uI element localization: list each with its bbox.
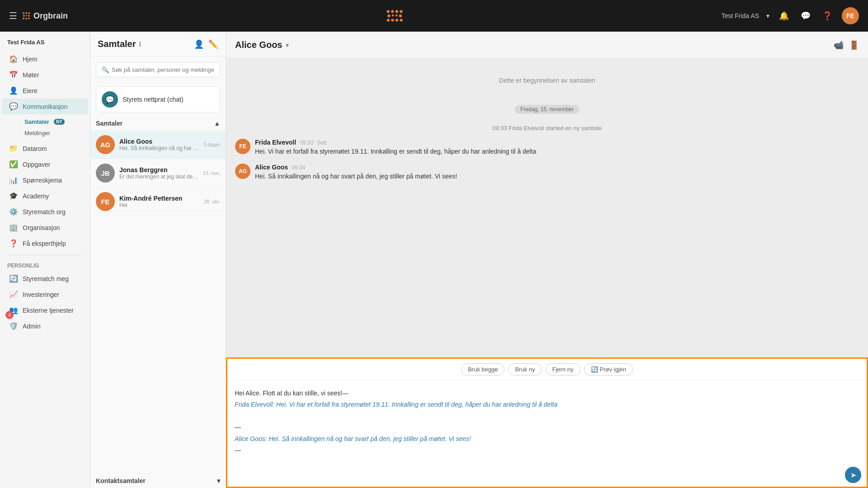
kontakt-collapse-icon: ▾: [217, 477, 220, 484]
sidebar-item-oppgaver[interactable]: ✅ Oppgaver: [2, 156, 88, 172]
sidebar-sub-label-samtaler: Samtaler: [24, 118, 49, 125]
person-add-icon[interactable]: 👤: [194, 39, 204, 49]
sidebar-item-styrematch-meg[interactable]: 🔄 Styrematch meg: [2, 271, 88, 286]
contact-dropdown-icon[interactable]: ▾: [286, 42, 289, 49]
sidebar-item-sporreskjema[interactable]: 📊 Spørreskjema: [2, 172, 88, 188]
conv-item-jonas[interactable]: JB Jonas Berggren Er det meningen at jeg…: [90, 159, 226, 188]
chat-icon[interactable]: 💬: [798, 9, 813, 23]
sidebar-item-hjem[interactable]: 🏠 Hjem: [2, 51, 88, 67]
company-selector[interactable]: Test Frida AS: [722, 12, 759, 19]
help2-icon: ❓: [9, 239, 18, 248]
conv-name-alice: Alice Goos: [119, 138, 199, 145]
leave-chat-icon[interactable]: 🚪: [849, 40, 859, 50]
sidebar-label-styrematch: Styrematch org: [23, 208, 66, 216]
bruk-ny-button[interactable]: Bruk ny: [508, 363, 542, 375]
topbar-center: [68, 12, 722, 19]
sidebar-sub-kommunikasjon: Samtaler NY Meldinger: [0, 114, 90, 141]
conv-name-jonas: Jonas Berggren: [119, 166, 198, 174]
bruk-begge-button[interactable]: Bruk begge: [461, 363, 505, 375]
compose-text-area[interactable]: Hei Alice. Flott at du kan stille, vi se…: [227, 380, 867, 463]
avatar-jonas: JB: [96, 164, 115, 183]
org-icon: 🏢: [9, 223, 18, 232]
compose-quoted-line2: Alice Goos: Hei. Så innkallingen nå og h…: [235, 435, 471, 442]
special-chat-icon: 💬: [102, 91, 118, 108]
refresh-icon: 🔄: [9, 274, 18, 283]
sidebar-item-academy[interactable]: 🎓 Academy: [2, 188, 88, 204]
notification-bell-icon[interactable]: 🔔: [777, 9, 791, 23]
sidebar-label-styrematch-meg: Styrematch meg: [23, 275, 69, 282]
logo-area: Orgbrain: [23, 11, 68, 21]
samtaler-collapse-icon: ▲: [214, 120, 220, 127]
conversations-info-icon[interactable]: ℹ: [139, 41, 141, 48]
compose-main-text: Hei Alice. Flott at du kan stille, vi se…: [235, 389, 349, 397]
conv-item-kim[interactable]: FE Kim-André Pettersen Hei 28. okt.: [90, 188, 226, 216]
conversations-title-text: Samtaler: [98, 39, 136, 49]
sidebar-item-datarom[interactable]: 📁 Datarom: [2, 141, 88, 156]
sidebar-label-hjem: Hjem: [23, 56, 38, 63]
compose-actions: Bruk begge Bruk ny Fjern ny 🔄 Prøv igjen: [227, 359, 867, 380]
message-row-1: FE Frida Elvevoll 09:33 Sett Hei. Vi har…: [235, 139, 859, 156]
home-icon: 🏠: [9, 55, 18, 63]
sidebar-item-organisasjon[interactable]: 🏢 Organisasjon: [2, 220, 88, 235]
hamburger-icon[interactable]: ☰: [9, 10, 17, 21]
sidebar-item-styrematch[interactable]: ⚙️ Styrematch org: [2, 204, 88, 220]
sidebar-label-academy: Academy: [23, 192, 49, 200]
msg-time-1: 09:33: [300, 140, 313, 146]
sidebar-label-eksterne: Eksterne tjenester: [23, 307, 74, 314]
chat-contact-name: Alice Goos: [235, 40, 282, 50]
msg-header-1: Frida Elvevoll 09:33 Sett: [255, 139, 859, 146]
send-button[interactable]: ➤: [845, 467, 861, 483]
msg-avatar-frida: FE: [235, 139, 250, 154]
help-icon[interactable]: ❓: [820, 9, 835, 23]
main-layout: Test Frida AS 🏠 Hjem 📅 Møter 👤 Eiere 💬 K…: [0, 32, 868, 488]
avatar-alice: AG: [96, 135, 115, 154]
video-call-icon[interactable]: 📹: [834, 40, 844, 50]
sidebar-item-admin[interactable]: 🛡️ Admin: [2, 318, 88, 334]
personlig-section-label: Personlig: [0, 259, 90, 271]
msg-text-1: Hei. Vi har et forfall fra styremøtet 19…: [255, 147, 859, 156]
sidebar-label-kommunikasjon: Kommunikasjon: [23, 103, 68, 110]
msg-content-1: Frida Elvevoll 09:33 Sett Hei. Vi har et…: [255, 139, 859, 156]
special-chat-item[interactable]: 💬 Styrets nettprat (chat): [96, 86, 220, 113]
kontakt-section-label: Kontaktsamtaler: [96, 477, 146, 484]
fjern-ny-button[interactable]: Fjern ny: [546, 363, 580, 375]
msg-content-2: Alice Goos 09:34 Hei. Så innkallingen nå…: [255, 164, 859, 181]
user-avatar-button[interactable]: FE: [842, 7, 859, 24]
conversations-search-box[interactable]: 🔍: [96, 62, 220, 77]
topbar-left: ☰ Orgbrain: [9, 10, 68, 21]
survey-icon: 📊: [9, 176, 18, 184]
sidebar-label-ekspertjelp: Få eksperthjelp: [23, 240, 66, 247]
externe-badge: 4: [5, 311, 14, 319]
sidebar-item-eksterne[interactable]: 👥 4 Eksterne tjenester: [2, 302, 88, 318]
search-input[interactable]: [112, 66, 214, 73]
company-dropdown-icon[interactable]: ▾: [766, 12, 769, 19]
prov-igjen-button[interactable]: 🔄 Prøv igjen: [584, 363, 633, 375]
date-divider-text: Fredag, 15. november: [515, 105, 579, 114]
sidebar-sub-item-samtaler[interactable]: Samtaler NY: [21, 116, 90, 127]
academy-icon: 🎓: [9, 192, 18, 200]
sidebar-item-kommunikasjon[interactable]: 💬 Kommunikasjon: [2, 99, 88, 114]
conv-item-alice[interactable]: AG Alice Goos Hei. Så innkallingen nå og…: [90, 131, 226, 159]
sidebar-item-moter[interactable]: 📅 Møter: [2, 67, 88, 83]
samtaler-section-header[interactable]: Samtaler ▲: [90, 116, 226, 131]
conv-info-kim: Kim-André Pettersen Hei: [119, 195, 199, 208]
conv-preview-kim: Hei: [119, 202, 199, 208]
sidebar-item-investeringer[interactable]: 📈 Investeringer: [2, 286, 88, 302]
sidebar-sub-item-meldinger[interactable]: Meldinger: [21, 127, 90, 139]
conv-name-kim: Kim-André Pettersen: [119, 195, 199, 202]
chat-messages: Dette er begynnelsen av samtalen Fredag,…: [226, 59, 868, 357]
compose-icon[interactable]: ✏️: [208, 39, 218, 49]
sidebar-label-organisasjon: Organisasjon: [23, 224, 60, 231]
sidebar-item-eiere[interactable]: 👤 Eiere: [2, 83, 88, 99]
conv-info-jonas: Jonas Berggren Er det meningen at jeg sk…: [119, 166, 198, 180]
msg-avatar-alice: AG: [235, 164, 250, 179]
sidebar-label-eiere: Eiere: [23, 87, 38, 94]
kontakt-section-header[interactable]: Kontaktsamtaler ▾: [90, 474, 226, 488]
chat-header: Alice Goos ▾ 📹 🚪: [226, 32, 868, 59]
sidebar-item-ekspertjelp[interactable]: ❓ Få eksperthjelp: [2, 235, 88, 251]
samtaler-badge: NY: [54, 119, 65, 125]
conv-time-kim: 28. okt.: [204, 199, 220, 204]
date-divider: Fredag, 15. november: [235, 105, 859, 113]
settings-icon: ⚙️: [9, 207, 18, 216]
center-logo-icon: [387, 10, 402, 22]
